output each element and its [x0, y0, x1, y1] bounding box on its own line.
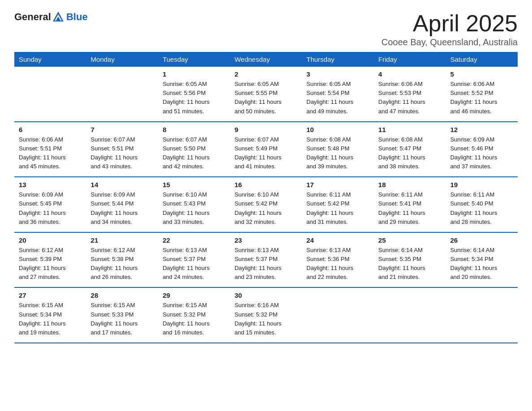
day-info: Sunrise: 6:13 AMSunset: 5:36 PMDaylight:…	[306, 246, 369, 282]
calendar-cell: 27Sunrise: 6:15 AMSunset: 5:34 PMDayligh…	[14, 287, 86, 343]
logo-text-general: General	[14, 11, 51, 23]
day-number: 24	[306, 236, 369, 244]
calendar-cell: 29Sunrise: 6:15 AMSunset: 5:32 PMDayligh…	[158, 287, 230, 343]
day-info: Sunrise: 6:09 AMSunset: 5:45 PMDaylight:…	[19, 190, 82, 227]
calendar-cell: 14Sunrise: 6:09 AMSunset: 5:44 PMDayligh…	[86, 177, 159, 232]
calendar-cell: 28Sunrise: 6:15 AMSunset: 5:33 PMDayligh…	[86, 287, 159, 343]
calendar-week-row: 13Sunrise: 6:09 AMSunset: 5:45 PMDayligh…	[14, 177, 518, 232]
calendar-cell: 11Sunrise: 6:08 AMSunset: 5:47 PMDayligh…	[374, 122, 446, 177]
main-title: April 2025	[382, 11, 518, 36]
calendar-cell	[302, 287, 374, 343]
day-info: Sunrise: 6:13 AMSunset: 5:37 PMDaylight:…	[235, 246, 298, 282]
day-info: Sunrise: 6:10 AMSunset: 5:43 PMDaylight:…	[163, 190, 226, 227]
day-number: 22	[163, 236, 226, 244]
day-info: Sunrise: 6:15 AMSunset: 5:34 PMDaylight:…	[19, 301, 82, 337]
day-number: 16	[235, 181, 298, 188]
calendar-cell: 10Sunrise: 6:08 AMSunset: 5:48 PMDayligh…	[302, 122, 374, 177]
calendar-header-saturday: Saturday	[446, 52, 518, 67]
day-number: 26	[450, 236, 513, 244]
calendar-cell: 7Sunrise: 6:07 AMSunset: 5:51 PMDaylight…	[86, 122, 159, 177]
calendar-table: SundayMondayTuesdayWednesdayThursdayFrid…	[14, 52, 518, 343]
calendar-cell: 26Sunrise: 6:14 AMSunset: 5:34 PMDayligh…	[446, 232, 518, 288]
day-info: Sunrise: 6:15 AMSunset: 5:32 PMDaylight:…	[163, 301, 226, 337]
calendar-cell: 24Sunrise: 6:13 AMSunset: 5:36 PMDayligh…	[302, 232, 374, 288]
day-number: 2	[235, 70, 298, 78]
calendar-cell: 15Sunrise: 6:10 AMSunset: 5:43 PMDayligh…	[158, 177, 230, 232]
day-number: 11	[378, 126, 442, 133]
calendar-header-sunday: Sunday	[14, 52, 86, 67]
calendar-cell: 20Sunrise: 6:12 AMSunset: 5:39 PMDayligh…	[14, 232, 86, 288]
day-number: 19	[450, 181, 513, 188]
day-info: Sunrise: 6:13 AMSunset: 5:37 PMDaylight:…	[163, 246, 226, 282]
day-info: Sunrise: 6:06 AMSunset: 5:52 PMDaylight:…	[450, 80, 513, 116]
day-number: 30	[235, 291, 298, 299]
day-info: Sunrise: 6:06 AMSunset: 5:51 PMDaylight:…	[19, 135, 82, 171]
day-number: 17	[306, 181, 369, 188]
calendar-cell: 2Sunrise: 6:05 AMSunset: 5:55 PMDaylight…	[230, 67, 302, 122]
calendar-cell: 30Sunrise: 6:16 AMSunset: 5:32 PMDayligh…	[230, 287, 302, 343]
calendar-cell	[446, 287, 518, 343]
calendar-week-row: 6Sunrise: 6:06 AMSunset: 5:51 PMDaylight…	[14, 122, 518, 177]
day-info: Sunrise: 6:08 AMSunset: 5:48 PMDaylight:…	[306, 135, 369, 171]
day-number: 27	[19, 291, 82, 299]
day-info: Sunrise: 6:07 AMSunset: 5:49 PMDaylight:…	[235, 135, 298, 171]
calendar-cell: 3Sunrise: 6:05 AMSunset: 5:54 PMDaylight…	[302, 67, 374, 122]
calendar-cell: 6Sunrise: 6:06 AMSunset: 5:51 PMDaylight…	[14, 122, 86, 177]
day-info: Sunrise: 6:11 AMSunset: 5:40 PMDaylight:…	[450, 190, 513, 227]
day-info: Sunrise: 6:14 AMSunset: 5:34 PMDaylight:…	[450, 246, 513, 282]
calendar-cell: 5Sunrise: 6:06 AMSunset: 5:52 PMDaylight…	[446, 67, 518, 122]
calendar-header-friday: Friday	[374, 52, 446, 67]
day-info: Sunrise: 6:14 AMSunset: 5:35 PMDaylight:…	[378, 246, 442, 282]
day-number: 20	[19, 236, 82, 244]
day-info: Sunrise: 6:09 AMSunset: 5:46 PMDaylight:…	[450, 135, 513, 171]
calendar-header-wednesday: Wednesday	[230, 52, 302, 67]
day-number: 7	[91, 126, 154, 133]
calendar-cell: 13Sunrise: 6:09 AMSunset: 5:45 PMDayligh…	[14, 177, 86, 232]
calendar-header-tuesday: Tuesday	[158, 52, 230, 67]
day-info: Sunrise: 6:06 AMSunset: 5:53 PMDaylight:…	[378, 80, 442, 116]
logo-text-blue: Blue	[66, 11, 88, 23]
day-info: Sunrise: 6:07 AMSunset: 5:51 PMDaylight:…	[91, 135, 154, 171]
calendar-cell	[86, 67, 159, 122]
calendar-cell: 21Sunrise: 6:12 AMSunset: 5:38 PMDayligh…	[86, 232, 159, 288]
day-number: 5	[450, 70, 513, 78]
calendar-header-thursday: Thursday	[302, 52, 374, 67]
calendar-cell	[374, 287, 446, 343]
calendar-cell: 19Sunrise: 6:11 AMSunset: 5:40 PMDayligh…	[446, 177, 518, 232]
day-info: Sunrise: 6:15 AMSunset: 5:33 PMDaylight:…	[91, 301, 154, 337]
day-info: Sunrise: 6:05 AMSunset: 5:55 PMDaylight:…	[235, 80, 298, 116]
day-info: Sunrise: 6:11 AMSunset: 5:42 PMDaylight:…	[306, 190, 369, 227]
day-info: Sunrise: 6:12 AMSunset: 5:39 PMDaylight:…	[19, 246, 82, 282]
calendar-cell: 18Sunrise: 6:11 AMSunset: 5:41 PMDayligh…	[374, 177, 446, 232]
day-info: Sunrise: 6:11 AMSunset: 5:41 PMDaylight:…	[378, 190, 442, 227]
calendar-cell: 8Sunrise: 6:07 AMSunset: 5:50 PMDaylight…	[158, 122, 230, 177]
calendar-cell: 9Sunrise: 6:07 AMSunset: 5:49 PMDaylight…	[230, 122, 302, 177]
calendar-header-monday: Monday	[86, 52, 159, 67]
calendar-week-row: 27Sunrise: 6:15 AMSunset: 5:34 PMDayligh…	[14, 287, 518, 343]
title-block: April 2025 Cooee Bay, Queensland, Austra…	[382, 11, 518, 47]
subtitle: Cooee Bay, Queensland, Australia	[382, 37, 518, 47]
day-info: Sunrise: 6:16 AMSunset: 5:32 PMDaylight:…	[235, 301, 298, 337]
day-number: 12	[450, 126, 513, 133]
calendar-cell: 4Sunrise: 6:06 AMSunset: 5:53 PMDaylight…	[374, 67, 446, 122]
calendar-cell: 16Sunrise: 6:10 AMSunset: 5:42 PMDayligh…	[230, 177, 302, 232]
calendar-cell: 12Sunrise: 6:09 AMSunset: 5:46 PMDayligh…	[446, 122, 518, 177]
day-number: 18	[378, 181, 442, 188]
day-info: Sunrise: 6:08 AMSunset: 5:47 PMDaylight:…	[378, 135, 442, 171]
calendar-cell: 17Sunrise: 6:11 AMSunset: 5:42 PMDayligh…	[302, 177, 374, 232]
day-number: 9	[235, 126, 298, 133]
day-number: 8	[163, 126, 226, 133]
calendar-cell: 1Sunrise: 6:05 AMSunset: 5:56 PMDaylight…	[158, 67, 230, 122]
day-info: Sunrise: 6:12 AMSunset: 5:38 PMDaylight:…	[91, 246, 154, 282]
day-number: 13	[19, 181, 82, 188]
day-number: 10	[306, 126, 369, 133]
calendar-cell: 23Sunrise: 6:13 AMSunset: 5:37 PMDayligh…	[230, 232, 302, 288]
day-number: 28	[91, 291, 154, 299]
day-number: 3	[306, 70, 369, 78]
day-number: 1	[163, 70, 226, 78]
calendar-week-row: 1Sunrise: 6:05 AMSunset: 5:56 PMDaylight…	[14, 67, 518, 122]
day-number: 29	[163, 291, 226, 299]
logo: General Blue	[14, 11, 88, 23]
day-info: Sunrise: 6:09 AMSunset: 5:44 PMDaylight:…	[91, 190, 154, 227]
day-info: Sunrise: 6:05 AMSunset: 5:54 PMDaylight:…	[306, 80, 369, 116]
